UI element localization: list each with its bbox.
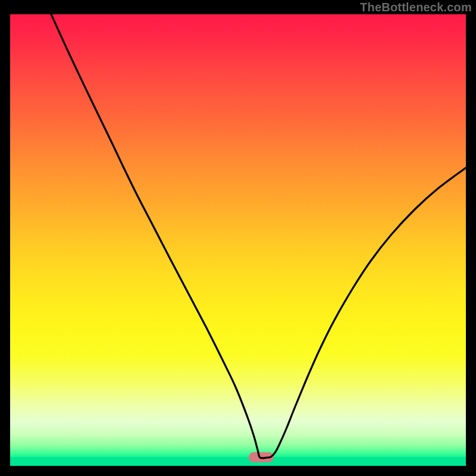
attribution-text: TheBottleneck.com <box>360 1 472 14</box>
bottleneck-curve <box>51 14 466 458</box>
curve-svg <box>10 14 466 466</box>
plot-area <box>10 14 466 466</box>
chart-frame: TheBottleneck.com <box>0 0 476 476</box>
